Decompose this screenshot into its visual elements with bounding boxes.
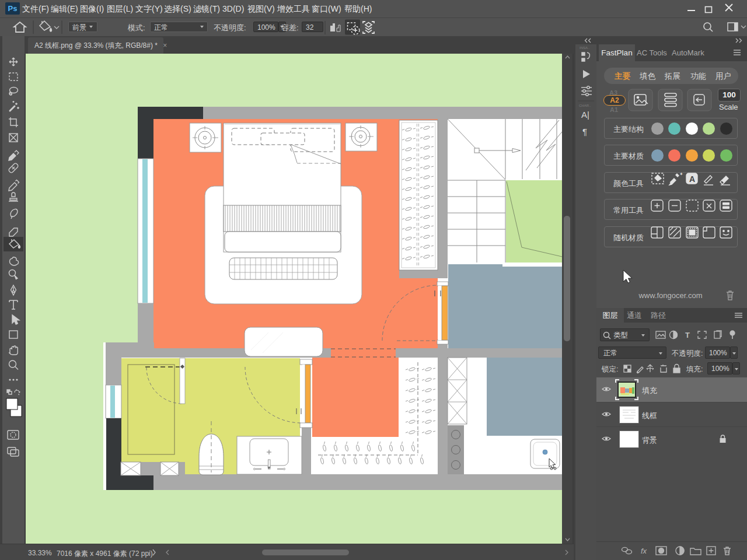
svg-text:✦: ✦ [679,172,683,177]
svg-text:A|: A| [581,110,589,120]
svg-text:fx: fx [641,547,647,555]
svg-text:A: A [689,174,695,184]
svg-text:¶: ¶ [582,127,587,136]
svg-text:CHAR..: CHAR.. [579,104,591,107]
svg-text:T: T [685,331,690,340]
svg-text:INSA..: INSA.. [580,46,590,50]
